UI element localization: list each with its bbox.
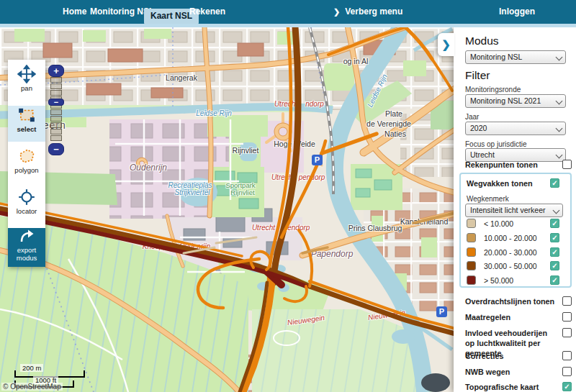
tool-label: polygon — [8, 166, 45, 174]
chevron-down-icon — [556, 98, 563, 105]
parking-icon: P — [436, 306, 447, 317]
checkbox-invloed-veehouderijen[interactable] — [562, 328, 572, 337]
map-label: Nieuwegein — [367, 309, 405, 322]
checkbox-topografische-kaart[interactable] — [562, 382, 572, 391]
toggle-label: Rekenpunten tonen — [465, 160, 557, 170]
toggle-row-rekenpunten: Rekenpunten tonen — [465, 160, 572, 170]
checkbox-legend-0[interactable] — [550, 219, 559, 228]
nav-item-rekenen[interactable]: Rekenen — [189, 0, 225, 24]
map-label: og in Al — [343, 57, 368, 65]
inloggen-button[interactable]: Inloggen — [499, 0, 535, 24]
checkbox-rekenpunten-tonen[interactable] — [562, 160, 572, 169]
zoom-track-cell[interactable] — [50, 116, 62, 122]
tool-pan[interactable]: pan — [8, 65, 45, 101]
map-label: Utrecht — [274, 100, 297, 108]
verberg-menu-button[interactable]: ❯Verberg menu — [333, 0, 402, 24]
toggle-label: Maatregelen — [465, 312, 557, 322]
filter-heading: Filter — [465, 69, 490, 82]
toggle-label: Topografische kaart — [465, 382, 557, 392]
legend-color-swatch — [467, 261, 476, 270]
export-arrow-icon — [17, 228, 36, 245]
legend-color-swatch — [467, 233, 476, 242]
legend-label: 20.000 - 30.000 — [484, 248, 537, 257]
jaar-select[interactable]: 2020 — [465, 122, 566, 135]
zoom-track-cell[interactable] — [50, 77, 62, 83]
checkbox-nwb-wegen[interactable] — [562, 367, 572, 376]
map-label: Kanaleneiland — [400, 217, 449, 226]
export-modus-button[interactable]: export modus — [8, 228, 45, 267]
monitoringsronde-select[interactable]: Monitoring NSL 2021 — [465, 94, 566, 108]
nav-item-home[interactable]: Home — [63, 0, 86, 24]
tool-polygon[interactable]: polygon — [8, 147, 45, 183]
map-label: Nieuwegein — [287, 314, 325, 327]
map-label: Strijkviertel — [175, 188, 210, 196]
zoom-track-cell[interactable] — [50, 83, 62, 89]
map-toolbar: panselectpolygonlocatorexport modus — [8, 60, 45, 267]
modus-heading: Modus — [465, 35, 499, 47]
map-label: Langerak — [166, 73, 197, 82]
wegvakken-panel: Wegvakken tonen Wegkenmerk Intensiteit l… — [459, 173, 572, 288]
checkbox-correcties[interactable] — [562, 351, 572, 360]
modus-select[interactable]: Monitoring NSL — [465, 50, 566, 64]
toggle-label: Correcties — [465, 351, 557, 361]
checkbox-wegvakken-tonen[interactable] — [550, 178, 559, 188]
chevron-down-icon — [553, 207, 560, 214]
tool-select[interactable]: select — [8, 106, 45, 142]
pan-icon — [17, 65, 36, 83]
checkbox-legend-2[interactable] — [550, 247, 559, 257]
jurisdictie-label: Focus op jurisdictie — [465, 140, 527, 148]
zoom-track-cell[interactable] — [50, 109, 62, 115]
toggle-row: Overdrachtslijnen tonen — [465, 296, 572, 306]
map-label: Utrecht — [252, 224, 275, 232]
map-label: Hoge Weide — [274, 140, 315, 148]
zoom-track-cell[interactable] — [50, 129, 62, 135]
map-label: Rijnvliet — [230, 188, 254, 196]
modus-select-value: Monitoring NSL — [470, 53, 522, 61]
jurisdictie-value: Utrecht — [470, 150, 495, 159]
attribution: © OpenStreetMap — [1, 383, 63, 391]
nsl-map-application: De MeernLangerakog in AlLeidse RijnLeids… — [0, 0, 576, 392]
toggle-row-wegvakken: Wegvakken tonen — [467, 178, 559, 188]
legend-label: > 50.000 — [484, 276, 513, 285]
parking-icon: P — [312, 155, 323, 165]
map-label: Naties — [384, 129, 406, 138]
chevron-down-icon — [556, 54, 563, 61]
wegkenmerk-select[interactable]: Intensiteit licht verkeer — [465, 204, 563, 217]
map-label: pendorp — [299, 173, 325, 181]
tool-locator[interactable]: locator — [8, 188, 45, 224]
zoom-out-button[interactable]: − — [48, 143, 64, 155]
checkbox-legend-3[interactable] — [550, 261, 559, 270]
select-icon — [17, 106, 36, 124]
jaar-value: 2020 — [470, 124, 487, 132]
checkbox-legend-4[interactable] — [550, 275, 559, 285]
map-label: Papendorp — [311, 249, 354, 259]
toggle-row: Maatregelen — [465, 312, 572, 322]
checkbox-legend-1[interactable] — [550, 233, 559, 242]
toggle-row: Topografische kaart — [465, 382, 572, 392]
toggle-row: Correcties — [465, 351, 572, 361]
map-label: Oudenrijn — [130, 163, 167, 173]
tool-label: select — [8, 125, 45, 133]
legend-label: 30.000 - 50.000 — [484, 262, 537, 270]
map-label: Prins Clausbrug — [348, 224, 402, 232]
map-label: Knooppunt Oudenrijn — [143, 242, 211, 250]
zoom-track-cell[interactable] — [50, 90, 62, 96]
legend-label: 10.000 - 20.000 — [484, 234, 537, 242]
chevron-down-icon — [556, 125, 563, 132]
sidebar-collapse-button[interactable]: ❯ — [438, 33, 454, 56]
legend-color-swatch — [467, 247, 476, 257]
zoom-control: + − − — [48, 65, 64, 155]
monitoringsronde-value: Monitoring NSL 2021 — [470, 96, 541, 105]
checkbox-overdrachtslijnen-tonen[interactable] — [562, 296, 572, 306]
zoom-track-cell[interactable] — [50, 135, 62, 141]
zoom-in-button[interactable]: + — [48, 65, 64, 77]
chevron-right-icon: ❯ — [333, 7, 340, 16]
zoom-track[interactable] — [50, 77, 62, 143]
zoom-track-cell[interactable] — [50, 122, 62, 128]
zoom-slider-handle[interactable]: − — [48, 99, 64, 106]
legend-color-swatch — [467, 275, 476, 285]
locator-icon — [17, 188, 36, 206]
top-navigation: ❯Verberg menu Inloggen HomeMonitoring NS… — [0, 0, 576, 24]
map-label: Sportpark — [225, 181, 255, 189]
checkbox-maatregelen[interactable] — [562, 312, 572, 322]
